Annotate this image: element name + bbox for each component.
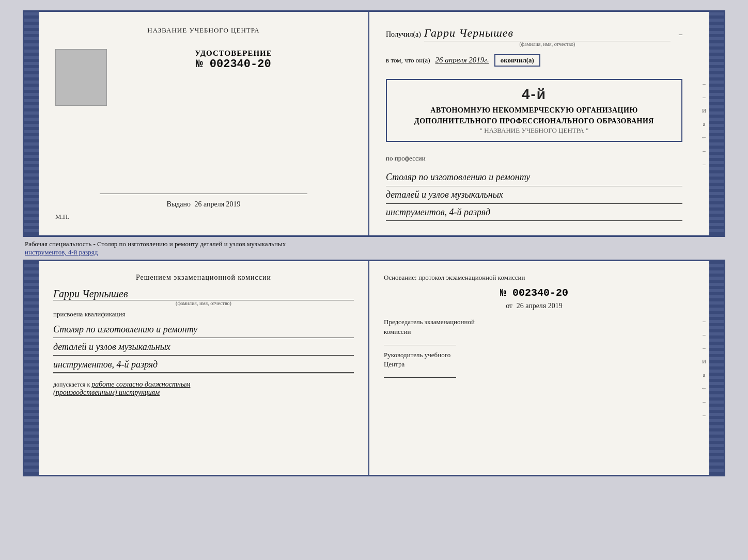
predsedatel-block: Председатель экзаменационной комиссии xyxy=(384,317,684,345)
right-binding-strip-bottom xyxy=(709,261,724,475)
okonchil-box: окончил(а) xyxy=(494,54,540,67)
top-right-page: Получил(а) Гарри Чернышев (фамилия, имя,… xyxy=(369,12,699,235)
profession-block-top: Столяр по изготовлению и ремонту деталей… xyxy=(386,170,682,221)
caption-area: Рабочая специальность - Столяр по изгото… xyxy=(23,237,725,260)
mp-label: М.П. xyxy=(55,213,69,221)
udostoverenie-block: УДОСТОВЕРЕНИЕ № 002340-20 xyxy=(195,49,272,71)
photo-placeholder xyxy=(55,49,107,106)
udostoverenie-label: УДОСТОВЕРЕНИЕ xyxy=(195,49,272,58)
left-binding-strip xyxy=(24,12,39,235)
dopuskaetsya-italic: работе согласно должностным xyxy=(91,380,190,388)
poluchil-label: Получил(а) xyxy=(386,30,421,39)
bottom-recipient-name: Гарри Чернышев xyxy=(53,288,354,300)
vtom-date: 26 апреля 2019г. xyxy=(433,56,491,65)
profession-line1-top: Столяр по изготовлению и ремонту xyxy=(386,170,682,186)
predsedatel-line1: Председатель экзаменационной xyxy=(384,318,475,326)
resheniem-title: Решением экзаменационной комиссии xyxy=(53,274,354,282)
stamp-line3: " НАЗВАНИЕ УЧЕБНОГО ЦЕНТРА " xyxy=(395,126,673,135)
ot-date: от 26 апреля 2019 xyxy=(384,302,684,310)
po-professii-label: по профессии xyxy=(386,154,682,163)
caption-text2: инструментов, 4-й разряд xyxy=(25,248,98,256)
rukovoditel-block: Руководитель учебного Центра xyxy=(384,350,684,378)
rukovoditel-line2: Центра xyxy=(384,360,404,368)
qualification-block: Столяр по изготовлению и ремонту деталей… xyxy=(53,322,354,374)
bottom-right-page: Основание: протокол экзаменационной коми… xyxy=(369,261,699,475)
ot-prefix: от xyxy=(506,302,512,310)
right-strip-bottom: – – – И а ← – – xyxy=(699,261,709,475)
dopuskaetsya-prefix: допускается к xyxy=(53,381,90,388)
predsedatel-line2: комиссии xyxy=(384,328,411,335)
prisvoena-text: присвоена квалификация xyxy=(53,310,354,318)
document-wrapper: НАЗВАНИЕ УЧЕБНОГО ЦЕНТРА УДОСТОВЕРЕНИЕ №… xyxy=(10,10,738,476)
stamp-block: 4-й АВТОНОМНУЮ НЕКОММЕРЧЕСКУЮ ОРГАНИЗАЦИ… xyxy=(386,79,682,142)
bottom-cert-spread: Решением экзаменационной комиссии Гарри … xyxy=(23,260,725,476)
protocol-number: № 002340-20 xyxy=(384,287,684,299)
ot-date-value: 26 апреля 2019 xyxy=(517,302,563,310)
qual-line2: деталей и узлов музыкальных xyxy=(53,339,354,356)
top-left-title: НАЗВАНИЕ УЧЕБНОГО ЦЕНТРА xyxy=(55,26,352,35)
predsedatel-sign-line xyxy=(384,345,456,345)
left-binding-strip-bottom xyxy=(24,261,39,475)
top-left-page: НАЗВАНИЕ УЧЕБНОГО ЦЕНТРА УДОСТОВЕРЕНИЕ №… xyxy=(39,12,369,235)
stamp-line1: АВТОНОМНУЮ НЕКОММЕРЧЕСКУЮ ОРГАНИЗАЦИЮ xyxy=(395,105,673,116)
bottom-name-subtitle: (фамилия, имя, отчество) xyxy=(53,300,354,306)
caption-text-main: Рабочая специальность - Столяр по изгото… xyxy=(25,240,286,248)
dopuskaetsya-block: допускается к работе согласно должностны… xyxy=(53,380,354,397)
qual-line1: Столяр по изготовлению и ремонту xyxy=(53,322,354,338)
stamp-line2: ДОПОЛНИТЕЛЬНОГО ПРОФЕССИОНАЛЬНОГО ОБРАЗО… xyxy=(395,116,673,126)
udostoverenie-number: № 002340-20 xyxy=(195,58,272,71)
top-cert-spread: НАЗВАНИЕ УЧЕБНОГО ЦЕНТРА УДОСТОВЕРЕНИЕ №… xyxy=(23,10,725,237)
rukovoditel-line1: Руководитель учебного xyxy=(384,351,450,359)
rukovoditel-sign-line xyxy=(384,377,456,378)
predsedatel-label: Председатель экзаменационной комиссии xyxy=(384,317,684,336)
vydano-line: Выдано 26 апреля 2019 xyxy=(55,200,352,209)
bottom-name-block: Гарри Чернышев (фамилия, имя, отчество) xyxy=(53,288,354,306)
recipient-name-top: Гарри Чернышев xyxy=(424,26,671,41)
vydano-date: 26 апреля 2019 xyxy=(194,200,240,208)
name-subtitle-top: (фамилия, имя, отчество) xyxy=(424,41,671,47)
vtom-prefix: в том, что он(а) xyxy=(386,56,430,65)
profession-line3-top: инструментов, 4-й разряд xyxy=(386,205,682,221)
profession-line2-top: деталей и узлов музыкальных xyxy=(386,187,682,204)
osnovanie-text: Основание: протокол экзаменационной коми… xyxy=(384,274,684,282)
right-strip-top: – – И а ← – – xyxy=(699,12,709,235)
right-binding-strip-top xyxy=(709,12,724,235)
qual-line3: инструментов, 4-й разряд xyxy=(53,357,354,373)
rukovoditel-label: Руководитель учебного Центра xyxy=(384,350,684,369)
vydano-label: Выдано xyxy=(166,200,191,208)
dopuskaetsya-italic2: (производственным) инструкциям xyxy=(53,389,160,396)
bottom-left-page: Решением экзаменационной комиссии Гарри … xyxy=(39,261,369,475)
